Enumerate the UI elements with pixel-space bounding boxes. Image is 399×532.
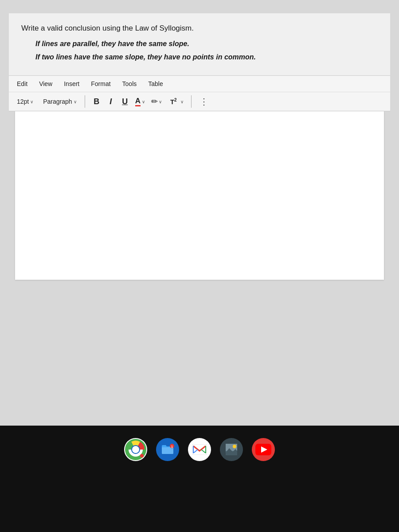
italic-button[interactable]: I [105,96,117,108]
paragraph-chevron: ∨ [74,99,77,104]
more-options-button[interactable]: ⋮ [197,96,211,107]
taskbar: 1 [0,426,399,532]
superscript-chevron: ∨ [180,99,184,104]
font-size-dropdown[interactable]: 12pt ∨ [14,97,36,106]
menu-format[interactable]: Format [89,79,112,88]
paragraph-style-value: Paragraph [43,98,72,105]
question-text: Write a valid conclusion using the Law o… [21,24,378,33]
superscript-dropdown[interactable]: T2 ∨ [166,95,186,108]
taskbar-youtube-icon[interactable] [252,438,275,461]
svg-text:1: 1 [171,445,173,448]
taskbar-icons: 1 [124,438,275,461]
svg-point-3 [132,446,139,453]
menu-bar: Edit View Insert Format Tools Table [9,76,390,92]
premise2: If two lines have the same slope, they h… [21,53,378,61]
font-size-value: 12pt [17,98,29,105]
menu-insert[interactable]: Insert [62,79,81,88]
paragraph-style-dropdown[interactable]: Paragraph ∨ [40,97,79,106]
font-size-chevron: ∨ [30,99,33,104]
svg-point-16 [233,445,236,448]
taskbar-chrome-icon[interactable] [124,438,147,461]
font-color-chevron: ∨ [142,99,145,104]
toolbar-divider2 [191,95,192,108]
highlight-dropdown[interactable]: ✏ ∨ [149,95,164,108]
menu-tools[interactable]: Tools [121,79,139,88]
toolbar-divider [85,95,85,108]
taskbar-gmail-icon[interactable] [188,438,211,461]
bold-button[interactable]: B [90,96,103,108]
premise1: If lines are parallel, they have the sam… [21,40,378,48]
menu-view[interactable]: View [37,79,54,88]
svg-rect-7 [192,444,207,455]
formatting-bar: 12pt ∨ Paragraph ∨ B I U A ∨ ✏ [9,92,390,111]
editor-canvas[interactable] [15,111,384,280]
font-color-dropdown[interactable]: A ∨ [133,96,147,108]
superscript-label: T2 [168,96,179,107]
underline-button[interactable]: U [119,96,131,108]
highlight-chevron: ∨ [159,99,162,104]
menu-table[interactable]: Table [146,79,164,88]
taskbar-files-icon[interactable]: 1 [156,438,179,461]
menu-edit[interactable]: Edit [15,79,29,88]
highlight-icon: ✏ [151,97,158,106]
question-area: Write a valid conclusion using the Law o… [9,13,390,75]
svg-point-4 [140,454,144,458]
font-color-label: A [135,97,141,106]
main-content: Write a valid conclusion using the Law o… [0,0,399,426]
taskbar-gallery-icon[interactable] [220,438,243,461]
toolbar-area: Edit View Insert Format Tools Table 12pt… [9,75,390,111]
